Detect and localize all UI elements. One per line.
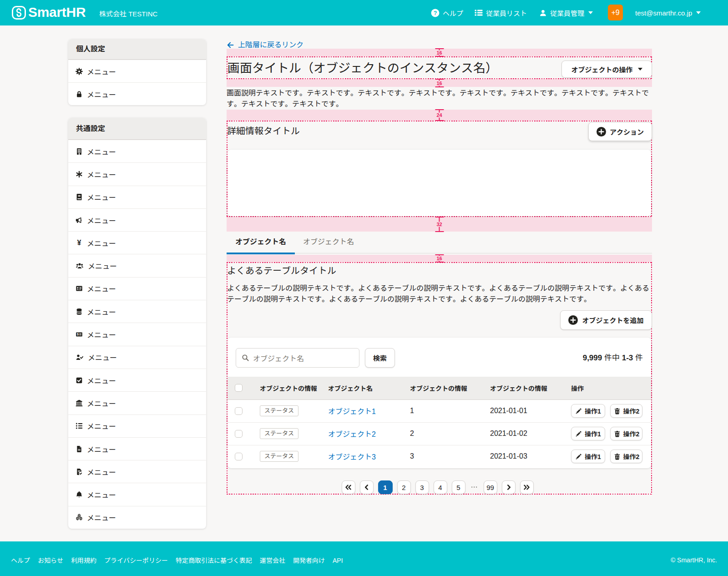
- svg-text:$: $: [77, 333, 79, 336]
